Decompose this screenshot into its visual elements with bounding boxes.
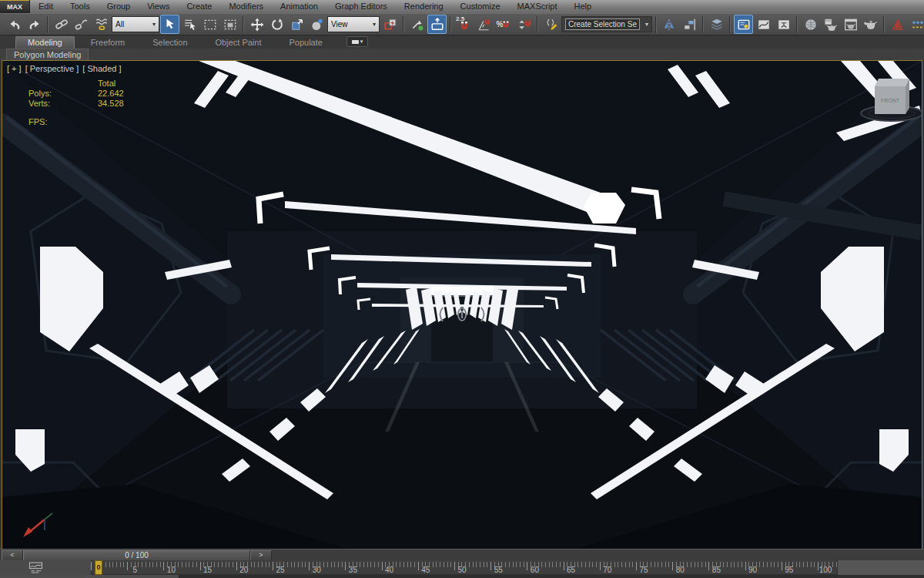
current-frame-marker[interactable]: 0 [95,560,102,575]
menu-customize[interactable]: Customize [452,0,509,13]
window-crossing-icon[interactable] [220,15,239,34]
menu-animation[interactable]: Animation [272,0,326,13]
next-frame-button[interactable]: > [250,550,272,561]
pivot-center-icon[interactable] [380,15,400,34]
named-selection-edit-icon[interactable] [541,15,561,34]
menu-edit[interactable]: Edit [30,0,62,13]
viewport-menu-general[interactable]: [ + ] [7,64,22,73]
rendered-frame-icon[interactable] [841,15,860,34]
frame-label-90: 90 [748,566,757,574]
menu-create[interactable]: Create [178,0,220,13]
curve-editor-icon[interactable] [754,15,773,34]
application-button[interactable]: MAX [0,0,30,13]
snap-toggle-icon[interactable]: 2.5 [454,15,474,34]
viewport-scene[interactable]: FRONT [2,61,922,549]
viewport-label: [ + ] [ Perspective ] [ Shaded ] [7,64,122,73]
render-production-icon[interactable] [861,15,880,34]
perspective-viewport[interactable]: FRONT [ + ] [ Perspective ] [ Shaded ] T… [2,60,922,549]
move-icon[interactable] [247,15,266,34]
named-selection-dropdown[interactable]: Create Selection Se ▾ [561,16,652,32]
selection-filter-dropdown[interactable]: All ▾ [112,16,159,32]
time-slider-handle[interactable]: 0 / 100 [23,550,250,561]
toolbar-separator [243,16,244,33]
previous-frame-button[interactable]: < [2,550,23,561]
select-object-icon[interactable] [160,15,179,34]
scene-explorer-icon[interactable] [734,15,753,34]
selection-filter-value: All [116,20,124,29]
tab-object-paint[interactable]: Object Paint [204,37,273,49]
chevron-down-icon: ▾ [152,21,156,28]
state-sets-icon[interactable] [908,15,924,34]
mini-curve-editor-button[interactable] [23,561,49,573]
frame-label-10: 10 [167,566,176,574]
track-bar[interactable]: 0510152025303540455055606570758085909510… [0,560,924,575]
frame-label-5: 5 [132,566,137,574]
tab-modeling[interactable]: Modeling [15,36,75,49]
unlink-icon[interactable] [72,15,91,34]
ribbon-tab-bar: ModelingFreeformSelectionObject PaintPop… [0,35,924,49]
keyboard-override-icon[interactable] [427,15,447,34]
mirror-icon[interactable] [660,15,679,34]
ribbon-toggle-icon [352,40,359,44]
frame-label-15: 15 [203,566,212,574]
tab-selection[interactable]: Selection [141,37,199,49]
viewport-menu-shading[interactable]: [ Shaded ] [82,64,121,73]
named-selection-value: Create Selection Se [565,18,640,30]
time-slider: < 0 / 100 > [0,549,924,560]
select-by-name-icon[interactable] [180,15,199,34]
material-editor-icon[interactable] [801,15,820,34]
chevron-down-icon: ▾ [373,21,376,28]
coord-system-value: View [331,20,348,29]
rotate-icon[interactable] [267,15,286,34]
frame-label-65: 65 [567,566,575,574]
toolbar-separator [403,16,404,33]
rect-selection-icon[interactable] [200,15,219,34]
menu-maxscript[interactable]: MAXScript [509,0,566,13]
bind-spacewarp-icon[interactable] [92,15,111,34]
align-icon[interactable] [680,15,699,34]
scale-icon[interactable] [287,15,306,34]
viewport-menu-pov[interactable]: [ Perspective ] [25,64,79,73]
main-toolbar: All ▾ View ▾ [0,13,924,35]
chevron-down-icon: ▾ [360,39,363,45]
a360-render-icon[interactable] [888,15,907,34]
ribbon-display-toggle[interactable]: ▾ [346,36,368,47]
layer-manager-icon[interactable] [707,15,726,34]
select-link-icon[interactable] [52,15,71,34]
frame-label-95: 95 [785,566,793,574]
frame-label-40: 40 [385,566,393,574]
manipulate-icon[interactable] [407,15,427,34]
menu-rendering[interactable]: Rendering [396,0,452,13]
3dsmax-window: MAX EditToolsGroupViewsCreateModifiersAn… [0,0,924,578]
undo-icon[interactable] [5,15,24,34]
schematic-view-icon[interactable] [774,15,793,34]
menu-modifiers[interactable]: Modifiers [220,0,272,13]
toolbar-separator [47,16,49,33]
frame-label-30: 30 [313,566,321,574]
percent-snap-icon[interactable]: % [494,15,514,34]
frame-label-50: 50 [457,566,466,574]
frame-label-55: 55 [494,566,503,574]
render-setup-icon[interactable] [821,15,840,34]
angle-snap-icon[interactable] [474,15,494,34]
status-prompt-area [0,575,179,578]
toolbar-separator [729,16,731,33]
menu-graph-editors[interactable]: Graph Editors [326,0,396,13]
spinner-snap-icon[interactable] [514,15,534,34]
toolbar-separator [655,16,657,33]
frame-label-85: 85 [712,566,721,574]
menu-tools[interactable]: Tools [62,0,99,13]
menu-group[interactable]: Group [99,0,139,13]
select-place-icon[interactable] [307,15,326,34]
menu-help[interactable]: Help [566,0,601,13]
frame-label-60: 60 [531,566,539,574]
frame-label-100: 100 [819,566,832,574]
redo-icon[interactable] [25,15,44,34]
frame-label-20: 20 [239,566,248,574]
menu-views[interactable]: Views [139,0,178,13]
tab-freeform[interactable]: Freeform [79,37,137,49]
tab-populate[interactable]: Populate [277,37,333,49]
viewport-statistics: Total Polys:22.642 Verts:34.528 FPS: [28,79,124,127]
coord-system-dropdown[interactable]: View ▾ [327,16,380,32]
polygon-modeling-panel[interactable]: Polygon Modeling [6,49,89,60]
